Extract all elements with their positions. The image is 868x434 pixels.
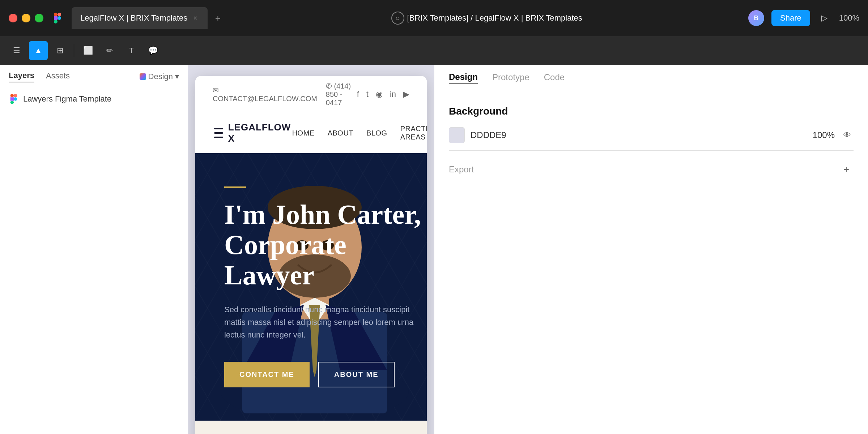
left-panel: Layers Assets Design ▾ Lawyers Figma Tem… [0, 65, 188, 434]
code-tab[interactable]: Code [544, 72, 565, 84]
site-topbar-right: f t ◉ in ▶ [357, 90, 409, 99]
design-dot-icon [140, 73, 146, 80]
breadcrumb: ○ [BRIX Templates] / LegalFlow X | BRIX … [231, 12, 743, 25]
traffic-lights [9, 14, 43, 22]
background-color-swatch[interactable] [449, 127, 465, 143]
hero-title: I'm John Carter, Corporate Lawyer [224, 199, 427, 290]
site-hero: I'm John Carter, Corporate Lawyer Sed co… [195, 153, 427, 421]
toolrow: ☰ ▲ ⊞ ⬜ ✏ T 💬 [0, 36, 868, 65]
share-button[interactable]: Share [771, 10, 810, 26]
topbar-phone: ✆ (414) 850 - 0417 [326, 82, 357, 107]
active-tab[interactable]: LegalFlow X | BRIX Templates × [72, 7, 208, 29]
background-color-hex[interactable]: DDDDE9 [471, 130, 807, 140]
design-tab[interactable]: Design [449, 72, 478, 84]
fullscreen-dot[interactable] [35, 14, 43, 22]
prototype-tab[interactable]: Prototype [492, 72, 529, 84]
breadcrumb-text: [BRIX Templates] / LegalFlow X | BRIX Te… [407, 13, 582, 23]
site-topbar: ✉ CONTACT@LEGALFLOW.COM ✆ (414) 850 - 04… [195, 76, 427, 113]
panel-tabs: Layers Assets Design ▾ [0, 65, 188, 88]
layer-item-lawyers[interactable]: Lawyers Figma Template [0, 88, 188, 110]
comment-tool[interactable]: 💬 [144, 41, 162, 60]
menu-button[interactable]: ☰ [7, 41, 26, 60]
svg-point-9 [14, 97, 17, 100]
toolbar-right: B Share ▷ 100% [748, 10, 859, 26]
logo-bar-2 [214, 132, 223, 134]
social-li: in [390, 90, 396, 99]
nav-home[interactable]: HOME [292, 129, 315, 137]
canvas-area[interactable]: ✉ CONTACT@LEGALFLOW.COM ✆ (414) 850 - 04… [188, 65, 434, 434]
nav-practice[interactable]: PRACTICE AREAS [400, 125, 427, 141]
background-section-title: Background [449, 106, 854, 117]
site-topbar-left: ✉ CONTACT@LEGALFLOW.COM ✆ (414) 850 - 04… [213, 82, 357, 107]
social-ig: ◉ [376, 90, 383, 99]
collaborators-avatar: B [748, 10, 764, 26]
site-logo: LEGALFLOW X [213, 122, 292, 144]
frame-tool[interactable]: ⊞ [51, 41, 69, 60]
pen-tool[interactable]: ✏ [100, 41, 119, 60]
design-label: Design [148, 72, 173, 81]
hero-buttons: CONTACT ME ABOUT ME [224, 362, 427, 387]
text-tool[interactable]: T [122, 41, 141, 60]
layers-tab[interactable]: Layers [9, 71, 34, 82]
tab-label: LegalFlow X | BRIX Templates [80, 13, 187, 23]
social-yt: ▶ [403, 90, 409, 99]
layer-figma-icon [9, 94, 19, 104]
site-bottom-section [195, 421, 427, 434]
about-me-button[interactable]: ABOUT ME [318, 362, 395, 387]
right-panel-tabs: Design Prototype Code [434, 65, 868, 91]
svg-rect-8 [10, 101, 14, 104]
svg-rect-7 [10, 97, 14, 100]
minimize-dot[interactable] [22, 14, 30, 22]
site-nav: LEGALFLOW X HOME ABOUT BLOG PRACTICE ARE… [195, 113, 427, 153]
visibility-eye-icon[interactable]: 👁 [841, 129, 854, 142]
export-row: Export + [449, 150, 854, 177]
svg-rect-5 [10, 94, 14, 97]
svg-rect-0 [54, 13, 58, 16]
svg-rect-3 [54, 20, 58, 23]
titlebar: LegalFlow X | BRIX Templates × + ○ [BRIX… [0, 0, 868, 36]
close-dot[interactable] [9, 14, 17, 22]
figma-icon [52, 12, 63, 25]
logo-text: LEGALFLOW X [228, 122, 292, 144]
hero-subtitle: Sed convallis tincidunt nunc magna tinci… [224, 303, 427, 341]
logo-bar-1 [214, 128, 223, 129]
assets-tab[interactable]: Assets [46, 71, 70, 82]
svg-point-4 [58, 16, 61, 20]
topbar-email: ✉ CONTACT@LEGALFLOW.COM [213, 86, 317, 103]
new-tab-button[interactable]: + [210, 11, 225, 25]
svg-rect-6 [14, 94, 17, 97]
right-panel: Design Prototype Code Background DDDDE9 … [434, 65, 868, 434]
shape-tool[interactable]: ⬜ [78, 41, 97, 60]
export-label: Export [449, 164, 474, 175]
right-panel-content: Background DDDDE9 100% 👁 Export + [434, 91, 868, 191]
website-preview: ✉ CONTACT@LEGALFLOW.COM ✆ (414) 850 - 04… [195, 76, 427, 434]
tab-close-button[interactable]: × [192, 14, 199, 22]
present-button[interactable]: ▷ [817, 11, 832, 25]
design-chevron: ▾ [175, 72, 179, 81]
tab-bar: LegalFlow X | BRIX Templates × + [72, 7, 225, 29]
site-menu: HOME ABOUT BLOG PRACTICE AREAS PAGES ▾ [292, 125, 427, 141]
svg-rect-2 [54, 16, 58, 20]
nav-about[interactable]: ABOUT [328, 129, 353, 137]
design-tab[interactable]: Design ▾ [140, 72, 179, 81]
svg-rect-1 [58, 13, 61, 16]
background-row: DDDDE9 100% 👁 [449, 127, 854, 143]
nav-blog[interactable]: BLOG [366, 129, 387, 137]
layer-label: Lawyers Figma Template [23, 94, 111, 104]
zoom-level: 100% [839, 13, 859, 23]
tool-separator [74, 44, 74, 57]
logo-icon [213, 126, 225, 139]
background-opacity[interactable]: 100% [813, 130, 835, 140]
hero-content: I'm John Carter, Corporate Lawyer Sed co… [195, 158, 427, 416]
hero-accent-line [224, 186, 246, 188]
logo-bar-3 [214, 137, 223, 138]
social-tw: t [366, 90, 369, 99]
export-add-button[interactable]: + [839, 162, 854, 177]
user-avatar-icon: ○ [391, 12, 404, 25]
contact-me-button[interactable]: CONTACT ME [224, 362, 310, 387]
social-fb: f [357, 90, 359, 99]
select-tool[interactable]: ▲ [29, 41, 48, 60]
